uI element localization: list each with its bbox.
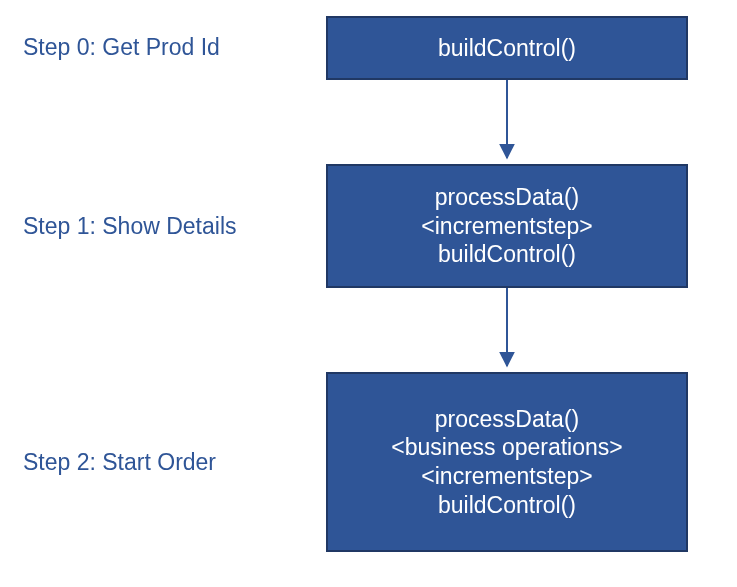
step-0-node: buildControl() xyxy=(326,16,688,80)
step-1-line-0: processData() xyxy=(435,183,579,212)
step-0-line-0: buildControl() xyxy=(438,34,576,63)
step-2-label: Step 2: Start Order xyxy=(23,449,216,477)
step-1-line-2: buildControl() xyxy=(438,240,576,269)
flowchart-canvas: Step 0: Get Prod Id buildControl() Step … xyxy=(0,0,737,587)
step-2-line-0: processData() xyxy=(435,405,579,434)
step-2-line-1: <business operations> xyxy=(391,433,622,462)
step-0-label: Step 0: Get Prod Id xyxy=(23,34,220,62)
step-2-line-2: <incrementstep> xyxy=(421,462,592,491)
step-1-line-1: <incrementstep> xyxy=(421,212,592,241)
step-1-label: Step 1: Show Details xyxy=(23,213,237,241)
step-2-line-3: buildControl() xyxy=(438,491,576,520)
step-1-node: processData() <incrementstep> buildContr… xyxy=(326,164,688,288)
step-2-node: processData() <business operations> <inc… xyxy=(326,372,688,552)
